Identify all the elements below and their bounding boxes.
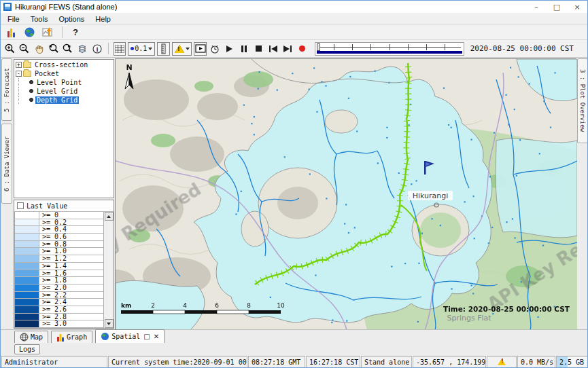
legend-scrollbar[interactable] [103, 212, 114, 328]
tree-node-label-selected[interactable]: Depth Grid [35, 96, 79, 104]
timeseries-display-icon[interactable] [41, 26, 54, 39]
legend-swatch [15, 234, 39, 240]
legend-swatch [15, 241, 39, 248]
legend-label: >= 0.2 [39, 219, 103, 226]
menu-help[interactable]: Help [90, 14, 116, 24]
app-logo-icon [3, 3, 12, 11]
globe-wire-icon [20, 333, 29, 342]
status-mode: Stand alone [361, 356, 412, 368]
tab-plot-overview[interactable]: 3 : Plot Overview [577, 58, 588, 143]
animation-timer-icon[interactable] [209, 42, 221, 56]
tree-node-depth-grid[interactable]: Depth Grid [14, 96, 114, 104]
layers-tree: + Cross-section - Pocket Level Point [14, 59, 114, 198]
right-tab-strip: 3 : Plot Overview [576, 58, 588, 329]
main-area: 5 : Forecast 6 : Data Viewer + Cross-sec… [1, 58, 588, 329]
layers-icon[interactable] [76, 42, 88, 56]
tree-node-level-grid[interactable]: Level Grid [14, 87, 114, 95]
legend-label: >= 3.0 [39, 320, 103, 327]
tab-close-icon[interactable]: ✕ [154, 333, 159, 340]
tab-forecast[interactable]: 5 : Forecast [1, 58, 12, 121]
tree-node-label[interactable]: Level Point [35, 79, 83, 86]
legend-label: >= 0.8 [39, 241, 103, 248]
tree-node-label[interactable]: Level Grid [35, 88, 79, 95]
legend-label: >= 0.4 [39, 226, 103, 233]
database-display-icon[interactable] [4, 26, 18, 39]
svg-text:8: 8 [247, 302, 251, 309]
tab-graph[interactable]: Graph [51, 331, 92, 343]
legend-label: >= 2.0 [39, 284, 103, 291]
map-display-icon[interactable] [22, 26, 36, 39]
scale-ruler-icon[interactable] [157, 42, 170, 56]
legend-label: >= 1.0 [39, 248, 103, 255]
zoom-previous-icon[interactable] [47, 42, 59, 56]
legend-swatch [15, 219, 39, 226]
map-canvas[interactable]: Hikurangi Springs Flat API Key Required … [116, 59, 577, 330]
maximize-button[interactable]: □ [547, 1, 567, 12]
zoom-next-icon[interactable] [62, 42, 74, 56]
tree-node-label[interactable]: Pocket [33, 70, 60, 77]
status-gmt-time: 08:27:18 GMT [248, 356, 305, 368]
legend-swatch [15, 248, 39, 255]
grid-display-icon[interactable] [114, 42, 126, 56]
folder-icon [23, 71, 31, 77]
scroll-up-icon[interactable] [105, 212, 114, 221]
status-memory[interactable]: 2.5 GB [556, 356, 588, 368]
tab-spatial[interactable]: Spatial □ ✕ [95, 329, 165, 343]
last-value-checkbox[interactable] [17, 202, 24, 209]
layer-bullet-icon [29, 80, 33, 84]
tab-map[interactable]: Map [14, 331, 48, 343]
main-toolbar: ? [1, 25, 587, 40]
minimize-button[interactable]: – [526, 1, 547, 12]
tree-node-level-point[interactable]: Level Point [14, 78, 114, 86]
legend-swatch [15, 314, 39, 320]
legend-label: >= 2.8 [39, 314, 103, 320]
status-network-rate: 0.0 MB/s [517, 356, 555, 368]
stop-button[interactable] [252, 42, 264, 56]
tree-node-label[interactable]: Cross-section [33, 61, 89, 69]
legend-swatch [15, 263, 39, 270]
tab-maximize-icon[interactable]: □ [143, 333, 150, 340]
time-slider-handle[interactable] [317, 43, 320, 51]
record-button[interactable] [296, 42, 308, 56]
tab-data-viewer[interactable]: 6 : Data Viewer [1, 124, 12, 204]
animation-display-icon[interactable] [194, 42, 207, 56]
collapse-icon[interactable]: - [16, 71, 22, 77]
map-view[interactable]: Hikurangi Springs Flat API Key Required … [115, 58, 576, 329]
zoom-out-icon[interactable] [18, 42, 30, 56]
legend-label: >= 1.2 [39, 255, 103, 262]
title-bar: Hikurangi FEWS (Stand alone) – □ × [1, 1, 587, 13]
play-button[interactable] [223, 42, 235, 56]
legend-row: >= 1.4 [15, 263, 103, 270]
chevron-down-icon [148, 48, 152, 50]
step-back-button[interactable] [267, 42, 279, 56]
warning-threshold-dropdown[interactable] [172, 42, 192, 56]
menu-file[interactable]: File [2, 14, 25, 24]
legend-swatch [15, 299, 39, 306]
legend-table: >= 0>= 0.2>= 0.4>= 0.6>= 0.8>= 1.0>= 1.2… [14, 212, 103, 328]
close-button[interactable]: × [567, 1, 587, 12]
warning-icon [498, 358, 506, 365]
zoom-in-icon[interactable] [3, 42, 16, 56]
step-forward-button[interactable] [281, 42, 294, 56]
map-toolbar: i 0.1 [1, 40, 587, 58]
info-icon[interactable]: i [90, 42, 103, 56]
tree-node-cross-section[interactable]: + Cross-section [14, 60, 114, 69]
help-icon[interactable]: ? [70, 27, 81, 37]
status-bar: Administrator Current system time:2020-0… [1, 355, 588, 368]
interval-dropdown[interactable]: 0.1 [128, 42, 155, 56]
folder-icon [23, 62, 31, 68]
menu-options[interactable]: Options [53, 14, 90, 24]
scroll-down-icon[interactable] [105, 319, 114, 328]
expand-icon[interactable]: + [16, 62, 22, 68]
tree-node-pocket[interactable]: - Pocket [14, 69, 114, 77]
app-window: Hikurangi FEWS (Stand alone) – □ × FileT… [0, 0, 588, 368]
menu-tools[interactable]: Tools [25, 14, 54, 24]
status-warning-cell[interactable] [487, 356, 517, 368]
logs-button[interactable]: Logs [14, 344, 40, 354]
pause-button[interactable] [238, 42, 250, 56]
pan-icon[interactable] [33, 42, 45, 56]
status-local-time: 16:27:18 CST [306, 356, 360, 368]
legend-swatch [15, 306, 39, 313]
time-slider[interactable] [315, 42, 464, 56]
bottom-tab-bar: Map Graph Spatial □ ✕ [1, 329, 588, 343]
